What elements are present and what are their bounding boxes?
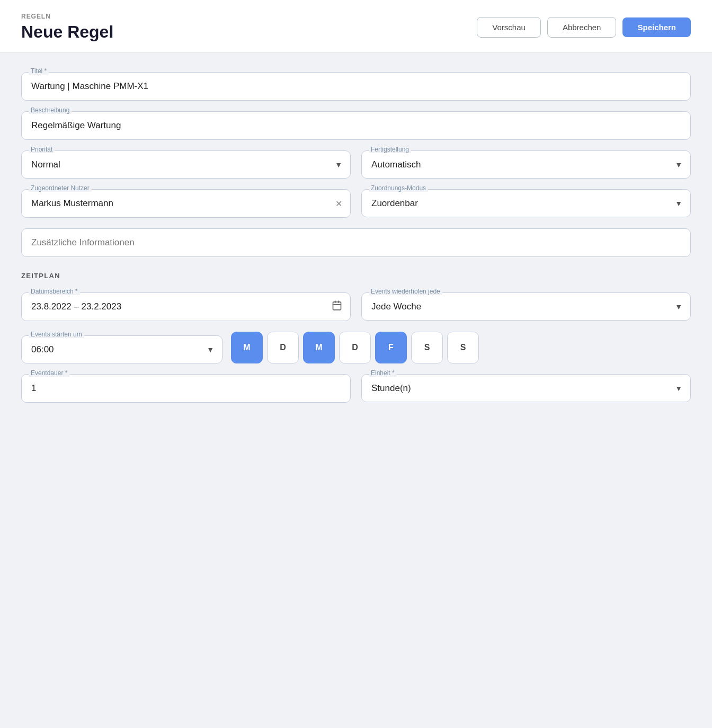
completion-label: Fertigstellung [369, 146, 411, 153]
page-header: REGELN Neue Regel Vorschau Abbrechen Spe… [0, 0, 712, 53]
start-time-select[interactable]: 06:00 07:00 08:00 [21, 335, 222, 363]
assigned-user-label: Zugeordneter Nutzer [29, 184, 92, 192]
date-repeat-row: Datumsbereich * Events wiederholen jede … [21, 292, 691, 321]
repeat-interval-field-group: Events wiederholen jede Jede Woche Jeden… [361, 292, 691, 321]
title-label: Titel * [29, 67, 49, 75]
day-buttons-group: M D M D F S S [231, 332, 479, 363]
assignment-mode-field-group: Zuordnungs-Modus Zuordenbar Fest Dynamis… [361, 189, 691, 218]
day-button-tuesday[interactable]: D [267, 332, 299, 363]
start-time-label: Events starten um [29, 331, 84, 338]
unit-select[interactable]: Stunde(n) Minute(n) Tag(e) [361, 374, 691, 402]
event-duration-label: Eventdauer * [29, 369, 69, 377]
completion-field-group: Fertigstellung Automatisch Manuell ▼ [361, 150, 691, 179]
day-button-friday[interactable]: F [375, 332, 407, 363]
date-range-field-group: Datumsbereich * [21, 292, 351, 321]
priority-select[interactable]: Normal Hoch Niedrig [21, 150, 351, 179]
priority-completion-row: Priorität Normal Hoch Niedrig ▼ Fertigst… [21, 150, 691, 179]
event-duration-input[interactable] [21, 374, 351, 403]
cancel-button[interactable]: Abbrechen [547, 17, 617, 38]
day-button-monday[interactable]: M [231, 332, 263, 363]
event-duration-field-group: Eventdauer * [21, 374, 351, 403]
save-button[interactable]: Speichern [622, 17, 691, 37]
date-range-label: Datumsbereich * [29, 288, 80, 295]
assigned-user-field-group: Zugeordneter Nutzer ✕ [21, 189, 351, 218]
description-input[interactable] [21, 111, 691, 140]
priority-field-group: Priorität Normal Hoch Niedrig ▼ [21, 150, 351, 179]
date-range-input[interactable] [21, 292, 351, 321]
day-button-wednesday[interactable]: M [303, 332, 335, 363]
additional-info-input[interactable] [21, 228, 691, 257]
assignment-mode-label: Zuordnungs-Modus [369, 184, 428, 192]
title-field-group: Titel * [21, 72, 691, 101]
schedule-section-title: ZEITPLAN [21, 272, 691, 280]
duration-unit-row: Eventdauer * Einheit * Stunde(n) Minute(… [21, 374, 691, 403]
user-assignment-row: Zugeordneter Nutzer ✕ Zuordnungs-Modus Z… [21, 189, 691, 218]
start-time-field-group: Events starten um 06:00 07:00 08:00 ▼ [21, 335, 222, 363]
start-time-days-row: Events starten um 06:00 07:00 08:00 ▼ M … [21, 332, 691, 363]
day-button-sunday[interactable]: S [447, 332, 479, 363]
preview-button[interactable]: Vorschau [477, 17, 541, 38]
header-left: REGELN Neue Regel [21, 13, 113, 42]
description-field-group: Beschreibung [21, 111, 691, 140]
unit-field-group: Einheit * Stunde(n) Minute(n) Tag(e) ▼ [361, 374, 691, 403]
form-section: Titel * Beschreibung Priorität Normal Ho… [21, 72, 691, 403]
priority-label: Priorität [29, 146, 55, 153]
title-input[interactable] [21, 72, 691, 101]
day-button-thursday[interactable]: D [339, 332, 371, 363]
completion-select[interactable]: Automatisch Manuell [361, 150, 691, 179]
page-title: Neue Regel [21, 22, 113, 42]
repeat-interval-label: Events wiederholen jede [369, 288, 442, 295]
assignment-mode-select[interactable]: Zuordenbar Fest Dynamisch [361, 189, 691, 217]
day-button-saturday[interactable]: S [411, 332, 443, 363]
unit-label: Einheit * [369, 369, 397, 377]
form-content: Titel * Beschreibung Priorität Normal Ho… [0, 53, 712, 728]
repeat-interval-select[interactable]: Jede Woche Jeden Tag Jeden Monat [361, 292, 691, 321]
assigned-user-input[interactable] [21, 189, 351, 218]
clear-user-button[interactable]: ✕ [335, 199, 342, 209]
breadcrumb: REGELN [21, 13, 113, 20]
description-label: Beschreibung [29, 106, 72, 114]
additional-info-field-group [21, 228, 691, 257]
header-actions: Vorschau Abbrechen Speichern [477, 17, 691, 38]
